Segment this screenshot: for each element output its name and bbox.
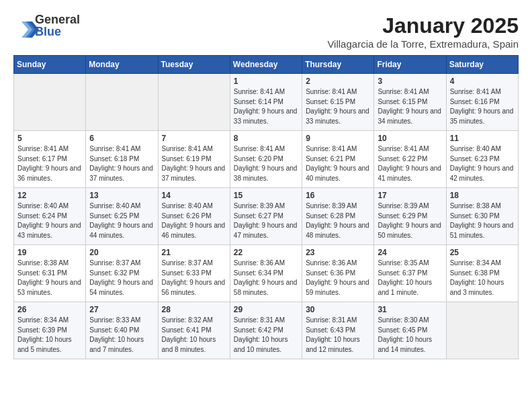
day-info: Sunrise: 8:41 AMSunset: 6:17 PMDaylight:… — [17, 144, 82, 183]
day-info: Sunrise: 8:41 AMSunset: 6:14 PMDaylight:… — [234, 87, 298, 126]
calendar-body: 1Sunrise: 8:41 AMSunset: 6:14 PMDaylight… — [14, 74, 519, 359]
day-info: Sunrise: 8:41 AMSunset: 6:16 PMDaylight:… — [450, 87, 515, 126]
day-info: Sunrise: 8:35 AMSunset: 6:37 PMDaylight:… — [378, 259, 442, 298]
day-number: 9 — [306, 134, 370, 143]
day-info: Sunrise: 8:39 AMSunset: 6:29 PMDaylight:… — [378, 201, 442, 240]
day-number: 15 — [234, 191, 298, 200]
calendar-week-row: 1Sunrise: 8:41 AMSunset: 6:14 PMDaylight… — [14, 74, 519, 131]
calendar-week-row: 26Sunrise: 8:34 AMSunset: 6:39 PMDayligh… — [14, 302, 519, 359]
day-number: 22 — [234, 248, 298, 257]
month-year-title: January 2025 — [327, 13, 519, 38]
day-info: Sunrise: 8:32 AMSunset: 6:41 PMDaylight:… — [162, 316, 226, 355]
day-info: Sunrise: 8:38 AMSunset: 6:31 PMDaylight:… — [17, 259, 82, 298]
day-info: Sunrise: 8:41 AMSunset: 6:20 PMDaylight:… — [234, 144, 298, 183]
header-monday: Monday — [86, 56, 158, 74]
day-info: Sunrise: 8:40 AMSunset: 6:23 PMDaylight:… — [450, 144, 515, 183]
day-info: Sunrise: 8:41 AMSunset: 6:21 PMDaylight:… — [306, 144, 370, 183]
calendar-cell: 23Sunrise: 8:36 AMSunset: 6:36 PMDayligh… — [302, 245, 374, 302]
day-info: Sunrise: 8:41 AMSunset: 6:18 PMDaylight:… — [89, 144, 154, 183]
day-info: Sunrise: 8:34 AMSunset: 6:38 PMDaylight:… — [450, 259, 515, 298]
day-number: 10 — [378, 134, 442, 143]
logo-blue: Blue — [35, 26, 80, 38]
day-number: 20 — [89, 248, 154, 257]
calendar-cell: 25Sunrise: 8:34 AMSunset: 6:38 PMDayligh… — [446, 245, 518, 302]
day-number: 12 — [17, 191, 82, 200]
calendar-cell: 12Sunrise: 8:40 AMSunset: 6:24 PMDayligh… — [14, 188, 86, 245]
day-number: 21 — [162, 248, 226, 257]
day-info: Sunrise: 8:31 AMSunset: 6:43 PMDaylight:… — [306, 316, 370, 355]
calendar-cell: 11Sunrise: 8:40 AMSunset: 6:23 PMDayligh… — [446, 131, 518, 188]
logo-text: General Blue — [35, 13, 80, 38]
day-info: Sunrise: 8:38 AMSunset: 6:30 PMDaylight:… — [450, 201, 515, 240]
calendar-week-row: 12Sunrise: 8:40 AMSunset: 6:24 PMDayligh… — [14, 188, 519, 245]
calendar-cell: 3Sunrise: 8:41 AMSunset: 6:15 PMDaylight… — [374, 74, 446, 131]
header-saturday: Saturday — [446, 56, 518, 74]
header-thursday: Thursday — [302, 56, 374, 74]
calendar-cell: 8Sunrise: 8:41 AMSunset: 6:20 PMDaylight… — [230, 131, 302, 188]
calendar-cell: 6Sunrise: 8:41 AMSunset: 6:18 PMDaylight… — [86, 131, 158, 188]
day-info: Sunrise: 8:34 AMSunset: 6:39 PMDaylight:… — [17, 316, 82, 355]
day-info: Sunrise: 8:37 AMSunset: 6:32 PMDaylight:… — [89, 259, 154, 298]
calendar-cell: 17Sunrise: 8:39 AMSunset: 6:29 PMDayligh… — [374, 188, 446, 245]
day-info: Sunrise: 8:36 AMSunset: 6:34 PMDaylight:… — [234, 259, 298, 298]
day-number: 4 — [450, 77, 515, 86]
day-number: 2 — [306, 77, 370, 86]
calendar-cell: 29Sunrise: 8:31 AMSunset: 6:42 PMDayligh… — [230, 302, 302, 359]
header-tuesday: Tuesday — [158, 56, 230, 74]
title-block: January 2025 Villagarcia de la Torre, Ex… — [327, 13, 519, 50]
calendar-cell: 19Sunrise: 8:38 AMSunset: 6:31 PMDayligh… — [14, 245, 86, 302]
day-info: Sunrise: 8:40 AMSunset: 6:25 PMDaylight:… — [89, 201, 154, 240]
day-number: 26 — [17, 305, 82, 314]
calendar-cell: 14Sunrise: 8:40 AMSunset: 6:26 PMDayligh… — [158, 188, 230, 245]
calendar-cell: 18Sunrise: 8:38 AMSunset: 6:30 PMDayligh… — [446, 188, 518, 245]
calendar-cell: 22Sunrise: 8:36 AMSunset: 6:34 PMDayligh… — [230, 245, 302, 302]
day-number: 19 — [17, 248, 82, 257]
page-header: General Blue January 2025 Villagarcia de… — [13, 13, 519, 50]
day-number: 17 — [378, 191, 442, 200]
day-number: 25 — [450, 248, 515, 257]
day-number: 1 — [234, 77, 298, 86]
logo-general: General — [35, 13, 80, 26]
day-number: 31 — [378, 305, 442, 314]
calendar-cell — [446, 302, 518, 359]
day-info: Sunrise: 8:36 AMSunset: 6:36 PMDaylight:… — [306, 259, 370, 298]
calendar-cell: 10Sunrise: 8:41 AMSunset: 6:22 PMDayligh… — [374, 131, 446, 188]
day-number: 28 — [162, 305, 226, 314]
calendar-cell: 1Sunrise: 8:41 AMSunset: 6:14 PMDaylight… — [230, 74, 302, 131]
day-info: Sunrise: 8:41 AMSunset: 6:15 PMDaylight:… — [378, 87, 442, 126]
calendar-cell: 30Sunrise: 8:31 AMSunset: 6:43 PMDayligh… — [302, 302, 374, 359]
logo-icon — [13, 16, 32, 35]
location-subtitle: Villagarcia de la Torre, Extremadura, Sp… — [327, 38, 519, 50]
header-friday: Friday — [374, 56, 446, 74]
weekday-header-row: Sunday Monday Tuesday Wednesday Thursday… — [14, 56, 519, 74]
calendar-cell: 26Sunrise: 8:34 AMSunset: 6:39 PMDayligh… — [14, 302, 86, 359]
day-number: 24 — [378, 248, 442, 257]
day-number: 11 — [450, 134, 515, 143]
day-number: 13 — [89, 191, 154, 200]
calendar-cell: 5Sunrise: 8:41 AMSunset: 6:17 PMDaylight… — [14, 131, 86, 188]
day-number: 14 — [162, 191, 226, 200]
day-number: 16 — [306, 191, 370, 200]
day-info: Sunrise: 8:40 AMSunset: 6:24 PMDaylight:… — [17, 201, 82, 240]
day-number: 8 — [234, 134, 298, 143]
day-info: Sunrise: 8:40 AMSunset: 6:26 PMDaylight:… — [162, 201, 226, 240]
calendar-cell: 27Sunrise: 8:33 AMSunset: 6:40 PMDayligh… — [86, 302, 158, 359]
day-info: Sunrise: 8:39 AMSunset: 6:27 PMDaylight:… — [234, 201, 298, 240]
logo: General Blue — [13, 13, 80, 38]
day-info: Sunrise: 8:41 AMSunset: 6:15 PMDaylight:… — [306, 87, 370, 126]
day-number: 3 — [378, 77, 442, 86]
calendar-cell: 9Sunrise: 8:41 AMSunset: 6:21 PMDaylight… — [302, 131, 374, 188]
day-info: Sunrise: 8:37 AMSunset: 6:33 PMDaylight:… — [162, 259, 226, 298]
calendar-cell: 24Sunrise: 8:35 AMSunset: 6:37 PMDayligh… — [374, 245, 446, 302]
day-number: 30 — [306, 305, 370, 314]
day-number: 7 — [162, 134, 226, 143]
day-info: Sunrise: 8:41 AMSunset: 6:22 PMDaylight:… — [378, 144, 442, 183]
header-sunday: Sunday — [14, 56, 86, 74]
calendar-cell: 7Sunrise: 8:41 AMSunset: 6:19 PMDaylight… — [158, 131, 230, 188]
calendar-cell: 28Sunrise: 8:32 AMSunset: 6:41 PMDayligh… — [158, 302, 230, 359]
calendar-cell — [14, 74, 86, 131]
calendar-cell — [158, 74, 230, 131]
calendar-cell: 16Sunrise: 8:39 AMSunset: 6:28 PMDayligh… — [302, 188, 374, 245]
calendar-cell: 20Sunrise: 8:37 AMSunset: 6:32 PMDayligh… — [86, 245, 158, 302]
day-number: 29 — [234, 305, 298, 314]
